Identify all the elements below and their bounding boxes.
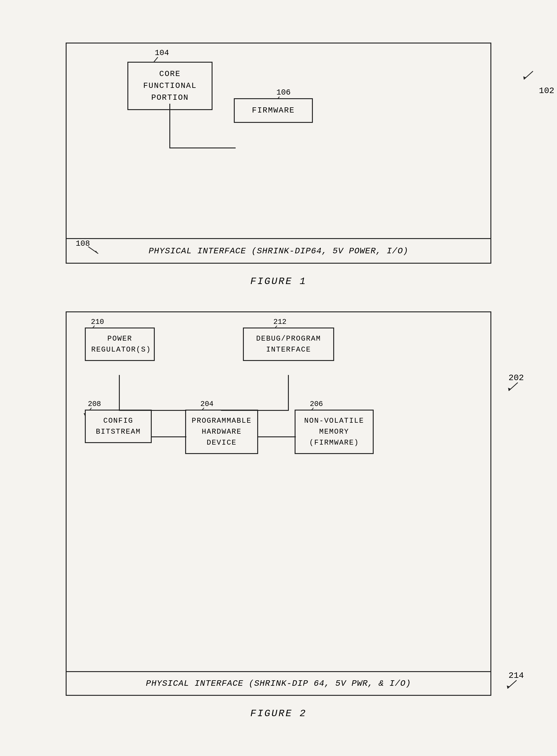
ref-106-group: 106 [276, 88, 291, 97]
line-to-firmware [203, 147, 236, 148]
ref-214-group: 214 [509, 671, 524, 680]
ref-102-label: 102 [539, 86, 554, 95]
physical-interface-bar-2: PHYSICAL INTERFACE (SHRINK-DIP 64, 5V PW… [66, 671, 491, 695]
core-fp-label: CORE FUNCTIONAL PORTION [143, 69, 197, 102]
figure1-caption: FIGURE 1 [36, 276, 521, 287]
line-debug-down [288, 375, 289, 411]
ref-108-group: 108 [76, 239, 90, 248]
power-regulator-box: POWER REGULATOR(S) [85, 327, 155, 361]
physical-interface-label-1: PHYSICAL INTERFACE (SHRINK-DIP64, 5V POW… [149, 246, 409, 256]
line-config-to-phw [152, 436, 186, 437]
programmable-hw-box: PROGRAMMABLE HARDWARE DEVICE [185, 410, 258, 454]
ref-206-group: 206 [310, 400, 323, 408]
arrow-202-icon [506, 381, 521, 393]
physical-interface-bar-1: PHYSICAL INTERFACE (SHRINK-DIP64, 5V POW… [66, 238, 491, 263]
arrow-102-icon [521, 70, 536, 82]
outer-box-figure1: 102 104 [66, 42, 491, 264]
figure2-caption: FIGURE 2 [36, 708, 521, 719]
nonvolatile-memory-label: NON-VOLATILE MEMORY (FIRMWARE) [304, 417, 364, 447]
ref-212-group: 212 [273, 318, 286, 326]
ref-202-group: 202 [509, 373, 524, 383]
outer-box-figure2: 202 214 [66, 311, 491, 696]
firmware-box: FIRMWARE [234, 98, 313, 123]
ref-104-group: 104 [155, 48, 169, 57]
ref-208-group: 208 [88, 400, 101, 408]
nonvolatile-memory-box: NON-VOLATILE MEMORY (FIRMWARE) [295, 410, 374, 454]
ref-210-group: 210 [91, 318, 104, 326]
figure2-caption-text: FIGURE 2 [250, 708, 307, 719]
line-debug-horizontal [221, 410, 289, 411]
page: 100 102 [0, 0, 557, 756]
line-core-down [169, 104, 170, 125]
programmable-hw-label: PROGRAMMABLE HARDWARE DEVICE [192, 417, 252, 447]
physical-interface-label-2: PHYSICAL INTERFACE (SHRINK-DIP 64, 5V PW… [146, 679, 411, 688]
config-bitstream-label: CONFIG BITSTREAM [96, 417, 141, 436]
arrow-108-icon [87, 245, 102, 257]
core-fp-box: CORE FUNCTIONAL PORTION [127, 62, 212, 110]
line-phw-to-nvm [258, 436, 296, 437]
figure1-caption-text: FIGURE 1 [250, 276, 307, 287]
line-power-down [119, 375, 120, 411]
line-power-horizontal [119, 410, 186, 411]
arrow-214-icon [504, 679, 520, 691]
config-bitstream-box: CONFIG BITSTREAM [85, 410, 152, 443]
figure2-wrapper: 200 202 214 [36, 311, 521, 719]
power-regulator-label: POWER REGULATOR(S) [91, 335, 151, 354]
fig1-inner: 104 CORE FUNCTIONAL PORTION 106 [66, 43, 491, 159]
ref-204-group: 204 [200, 400, 213, 408]
debug-program-label: DEBUG/PROGRAM INTERFACE [256, 335, 321, 354]
firmware-label: FIRMWARE [252, 106, 295, 115]
fig2-inner: 210 POWER REGULATOR(S) 212 [66, 312, 491, 501]
connector-l-shape [169, 124, 203, 148]
figure1-wrapper: 100 102 [36, 42, 521, 287]
debug-program-box: DEBUG/PROGRAM INTERFACE [243, 327, 334, 361]
